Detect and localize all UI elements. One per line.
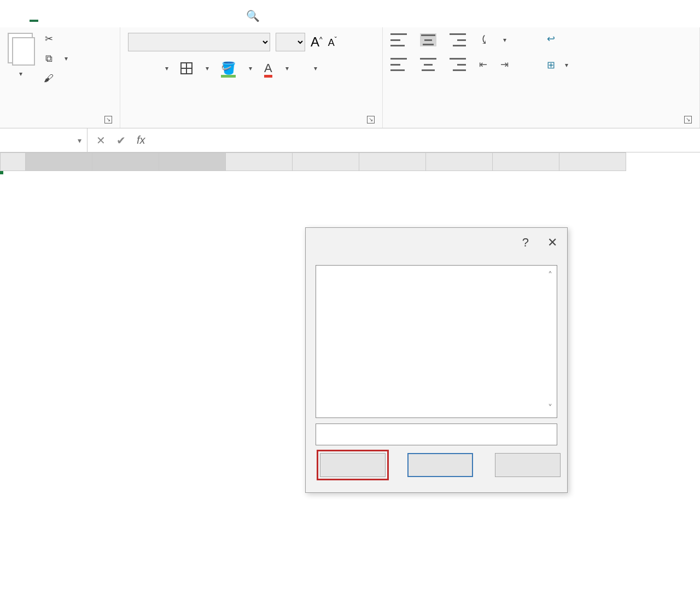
decrease-font-button[interactable]: Aˇ bbox=[328, 36, 337, 49]
format-painter-button[interactable]: 🖌 bbox=[43, 72, 68, 84]
col-header-E[interactable] bbox=[293, 153, 359, 171]
font-size-select[interactable] bbox=[276, 33, 305, 51]
paste-icon bbox=[8, 33, 33, 63]
goto-listbox[interactable]: ˄ ˅ bbox=[316, 265, 557, 418]
tab-data[interactable] bbox=[150, 11, 159, 21]
dialog-launcher-icon[interactable]: ↘ bbox=[684, 116, 692, 123]
chevron-down-icon[interactable]: ▾ bbox=[206, 64, 209, 72]
wrap-text-icon: ↩ bbox=[547, 33, 555, 45]
font-color-button[interactable]: A bbox=[264, 61, 272, 75]
group-alignment: ⤹▾ ⇤ ⇥ ↩ ⊞ ▾ bbox=[383, 27, 700, 128]
copy-button[interactable]: ⧉ ▾ bbox=[43, 52, 68, 64]
col-header-C[interactable] bbox=[159, 153, 226, 171]
align-left-button[interactable] bbox=[390, 58, 407, 71]
group-font: A^ Aˇ ▾ ▾ 🪣▾ A▾ ▾ ↘ bbox=[120, 27, 383, 128]
merge-center-button[interactable]: ⊞ ▾ bbox=[547, 59, 568, 71]
increase-indent-button[interactable]: ⇥ bbox=[500, 58, 509, 70]
paste-button[interactable]: ▾ bbox=[8, 33, 33, 84]
dialog-launcher-icon[interactable]: ↘ bbox=[367, 116, 375, 123]
cancel-formula-icon[interactable]: ✕ bbox=[96, 134, 106, 147]
brush-icon: 🖌 bbox=[43, 72, 55, 84]
name-box[interactable]: ▾ bbox=[0, 128, 88, 152]
scroll-down-icon[interactable]: ˅ bbox=[548, 403, 552, 413]
decrease-indent-button[interactable]: ⇤ bbox=[479, 58, 487, 70]
chevron-down-icon: ▾ bbox=[19, 70, 22, 78]
tab-page-layout[interactable] bbox=[102, 11, 110, 21]
chevron-down-icon[interactable]: ▾ bbox=[165, 64, 168, 72]
special-button[interactable] bbox=[320, 453, 386, 477]
col-header-D[interactable] bbox=[226, 153, 293, 171]
tab-draw[interactable] bbox=[78, 11, 86, 21]
chevron-down-icon[interactable]: ▾ bbox=[285, 64, 289, 72]
selection-outline bbox=[0, 171, 3, 174]
tell-me-search[interactable]: 🔍 bbox=[246, 9, 263, 22]
cancel-button[interactable] bbox=[495, 453, 561, 477]
scroll-up-icon[interactable]: ˄ bbox=[548, 270, 552, 280]
chevron-down-icon[interactable]: ▾ bbox=[565, 61, 568, 69]
tab-home[interactable] bbox=[30, 10, 38, 22]
tab-help[interactable] bbox=[222, 11, 231, 21]
tab-review[interactable] bbox=[174, 11, 183, 21]
tab-insert[interactable] bbox=[54, 11, 62, 21]
col-header-G[interactable] bbox=[426, 153, 493, 171]
worksheet-grid[interactable] bbox=[0, 152, 700, 171]
col-header-A[interactable] bbox=[26, 153, 92, 171]
dialog-launcher-icon[interactable]: ↘ bbox=[104, 116, 112, 123]
reference-input[interactable] bbox=[316, 424, 557, 445]
goto-dialog: ? ✕ ˄ ˅ bbox=[305, 227, 568, 493]
align-top-button[interactable] bbox=[390, 33, 407, 46]
orientation-button[interactable]: ⤹ bbox=[479, 33, 489, 47]
chevron-down-icon[interactable]: ▾ bbox=[65, 55, 68, 62]
group-clipboard: ▾ ✂ ⧉ ▾ 🖌 ↘ bbox=[0, 27, 120, 128]
tab-view[interactable] bbox=[198, 11, 207, 21]
enter-formula-icon[interactable]: ✔ bbox=[116, 134, 126, 147]
tab-file[interactable] bbox=[5, 11, 14, 21]
fill-color-button[interactable]: 🪣 bbox=[221, 61, 236, 75]
copy-icon: ⧉ bbox=[43, 52, 55, 64]
formula-bar: ▾ ✕ ✔ fx bbox=[0, 128, 700, 152]
borders-button[interactable] bbox=[180, 62, 192, 74]
align-middle-button[interactable] bbox=[420, 33, 436, 46]
help-icon[interactable]: ? bbox=[522, 236, 529, 250]
fx-icon[interactable]: fx bbox=[137, 134, 145, 146]
ribbon-body: ▾ ✂ ⧉ ▾ 🖌 ↘ bbox=[0, 27, 700, 128]
chevron-down-icon[interactable]: ▾ bbox=[314, 64, 317, 72]
chevron-down-icon[interactable]: ▾ bbox=[503, 36, 506, 44]
ribbon-tabs: 🔍 bbox=[0, 0, 700, 27]
cut-button[interactable]: ✂ bbox=[43, 33, 68, 45]
col-header-I[interactable] bbox=[559, 153, 626, 171]
search-icon: 🔍 bbox=[246, 9, 260, 22]
align-right-button[interactable] bbox=[450, 58, 466, 71]
wrap-text-button[interactable]: ↩ bbox=[547, 33, 568, 45]
merge-icon: ⊞ bbox=[547, 59, 555, 71]
col-header-B[interactable] bbox=[92, 153, 159, 171]
align-center-button[interactable] bbox=[420, 58, 436, 71]
col-header-F[interactable] bbox=[359, 153, 426, 171]
close-icon[interactable]: ✕ bbox=[547, 236, 557, 250]
col-header-H[interactable] bbox=[493, 153, 559, 171]
font-name-select[interactable] bbox=[128, 33, 270, 51]
ok-button[interactable] bbox=[407, 453, 473, 477]
select-all-corner[interactable] bbox=[1, 153, 26, 171]
scissors-icon: ✂ bbox=[43, 33, 55, 45]
increase-font-button[interactable]: A^ bbox=[311, 34, 323, 50]
tab-formulas[interactable] bbox=[126, 11, 135, 21]
chevron-down-icon[interactable]: ▾ bbox=[249, 64, 252, 72]
align-bottom-button[interactable] bbox=[450, 33, 466, 46]
chevron-down-icon[interactable]: ▾ bbox=[78, 136, 81, 145]
